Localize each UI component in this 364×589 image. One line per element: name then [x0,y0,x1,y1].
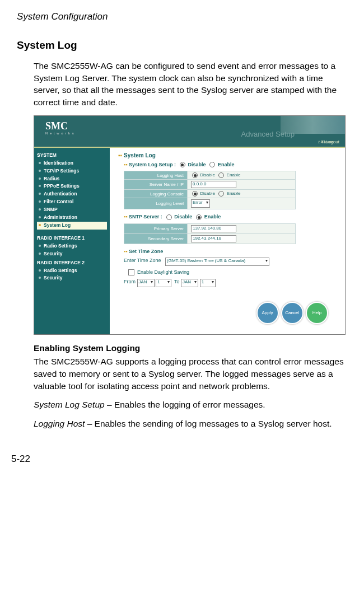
syslog-table: Logging Host Disable Enable Server Name … [124,171,296,209]
syslog-enable-label: Enable [218,162,235,167]
nav-radio2-settings[interactable]: Radio Settings [37,267,107,275]
primary-server-label: Primary Server [124,224,188,234]
syslog-setup-label: System Log Setup : [129,162,176,167]
param1-desc: – Enables the logging of error messages. [105,400,265,409]
nav-radio2-security[interactable]: Security [37,274,107,282]
config-screenshot: SMC N e t w o r k s Advanced Setup ⌂ Hom… [34,115,346,335]
lc-disable-label: Disable [200,191,215,196]
enter-tz-row: Enter Time Zone (GMT-05) Eastern Time (U… [124,258,337,266]
nav-radio1-security[interactable]: Security [37,250,107,258]
app-header: SMC N e t w o r k s Advanced Setup ⌂ Hom… [34,116,345,148]
timezone-select[interactable]: (GMT-05) Eastern Time (US & Canada) [165,258,269,266]
lh-disable-label: Disable [200,172,215,177]
secondary-server-input[interactable]: 192.43.244.18 [191,235,236,242]
from-label: From [124,279,136,284]
intro-paragraph: The SMC2555W-AG can be configured to sen… [34,60,347,109]
nav-pppoe[interactable]: PPPoE Settings [37,183,107,190]
to-label: To [174,279,180,284]
from-day-select[interactable]: 1 [156,279,171,287]
syslog-enable-radio[interactable] [209,162,215,167]
sntp-disable-label: Disable [174,214,192,219]
logout-link[interactable]: ✕ Logout [320,139,339,144]
server-ip-label: Server Name / IP [124,180,188,190]
sntp-enable-radio[interactable] [196,214,202,220]
main-content: ▪▪System Log ▪▪ System Log Setup : Disab… [110,148,345,334]
server-ip-input[interactable]: 0.0.0.0 [191,181,236,188]
lc-disable-radio[interactable] [192,191,198,197]
dst-range-row: From JAN 1 To JAN 1 [124,279,337,287]
nav-filter[interactable]: Filter Control [37,198,107,206]
page-number: 5-22 [11,454,30,465]
content-title-text: System Log [124,152,156,158]
sntp-table: Primary Server 137.92.140.80 Secondary S… [124,223,296,244]
lh-enable-radio[interactable] [218,172,224,178]
logging-level-label: Logging Level [124,198,188,209]
sidebar-nav: SYSTEM Identification TCP/IP Settings Ra… [34,148,110,334]
nav-admin[interactable]: Administration [37,214,107,222]
param2-name: Logging Host [34,419,85,428]
to-day-select[interactable]: 1 [200,279,216,287]
sntp-label: SNTP Server : [129,214,162,219]
param-logging-host: Logging Host – Enables the sending of lo… [34,418,347,430]
nav-system-log[interactable]: System Log [37,222,107,230]
timezone-heading: ▪▪ Set Time Zone [124,249,337,254]
enter-tz-label: Enter Time Zone [124,258,161,263]
lc-enable-radio[interactable] [218,191,224,197]
param1-name: System Log Setup [34,400,105,409]
content-title: ▪▪System Log [118,152,337,158]
sntp-disable-radio[interactable] [166,214,172,220]
secondary-server-label: Secondary Server [124,234,188,244]
nav-group-system: SYSTEM [37,152,107,158]
primary-server-input[interactable]: 137.92.140.80 [191,225,236,232]
section-title: System Log [17,39,347,52]
subsection-paragraph: The SMC2555W-AG supports a logging proce… [34,356,347,392]
syslog-setup-row: ▪▪ System Log Setup : Disable Enable [124,162,337,168]
apply-button[interactable]: Apply [256,302,279,324]
logging-level-select[interactable]: Error [191,199,210,208]
cancel-button[interactable]: Cancel [281,302,304,324]
lh-enable-label: Enable [227,172,241,177]
footer-buttons: Apply Cancel Help [118,291,337,330]
help-button[interactable]: Help [306,302,328,324]
advanced-setup-label: Advanced Setup [241,130,295,138]
logging-host-label: Logging Host [124,171,188,180]
dst-label: Enable Daylight Saving [137,269,189,275]
dst-row: Enable Daylight Saving [124,269,337,275]
logging-console-label: Logging Console [124,190,188,198]
nav-snmp[interactable]: SNMP [37,206,107,214]
nav-radius[interactable]: Radius [37,175,107,183]
param2-desc: – Enables the sending of log messages to… [85,419,332,428]
nav-radio1-settings[interactable]: Radio Settings [37,242,107,250]
chapter-title: System Configuration [17,11,347,22]
sntp-enable-label: Enable [204,214,221,219]
nav-group-radio1: RADIO INTERFACE 1 [37,235,107,241]
nav-tcpip[interactable]: TCP/IP Settings [37,167,107,175]
lh-disable-radio[interactable] [192,172,198,178]
from-month-select[interactable]: JAN [137,279,155,287]
brand-logo: SMC [45,120,68,132]
lc-enable-label: Enable [227,191,241,196]
brand-logo-sub: N e t w o r k s [45,132,74,135]
sntp-row: ▪▪ SNTP Server : Disable Enable [124,214,337,220]
to-month-select[interactable]: JAN [181,279,198,287]
nav-identification[interactable]: Identification [37,160,107,167]
syslog-disable-label: Disable [188,162,206,167]
timezone-heading-text: Set Time Zone [129,249,163,254]
param-syslog-setup: System Log Setup – Enables the logging o… [34,399,347,411]
subsection-title: Enabling System Logging [34,343,347,353]
syslog-disable-radio[interactable] [180,162,185,167]
nav-group-radio2: RADIO INTERFACE 2 [37,260,107,265]
nav-auth[interactable]: Authentication [37,190,107,198]
dst-checkbox[interactable] [128,269,134,275]
